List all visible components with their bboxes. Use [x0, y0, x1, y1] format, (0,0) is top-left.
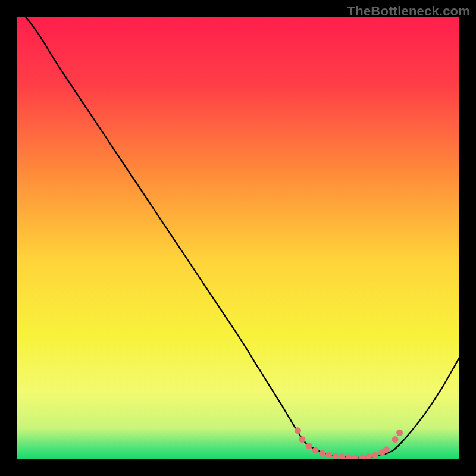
marker-dot	[383, 446, 390, 453]
marker-dot	[332, 453, 339, 459]
marker-dot	[392, 436, 399, 443]
marker-dot	[325, 452, 332, 458]
marker-dot	[299, 436, 305, 443]
chart-stage: TheBottleneck.com	[0, 0, 476, 476]
marker-dot	[396, 430, 403, 436]
gradient-rect	[17, 17, 459, 459]
plot-area	[17, 17, 459, 459]
marker-dot	[306, 443, 312, 449]
marker-dot	[295, 427, 301, 434]
marker-dot	[372, 452, 378, 459]
watermark-text: TheBottleneck.com	[347, 4, 470, 19]
chart-svg	[17, 17, 459, 459]
marker-dot	[319, 450, 325, 457]
marker-dot	[312, 447, 319, 454]
